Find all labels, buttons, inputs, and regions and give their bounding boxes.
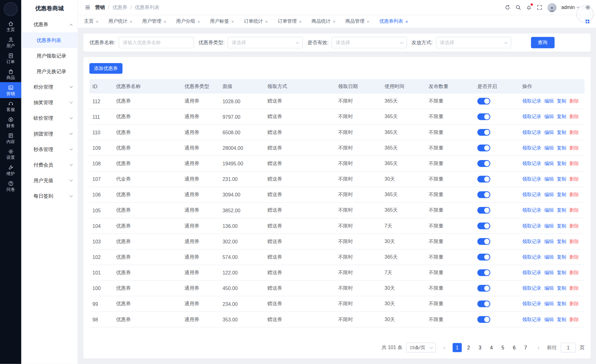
sidebar-item-points[interactable]: 积分管理 xyxy=(21,79,78,94)
rail-item-orders[interactable]: 订单 xyxy=(0,50,21,66)
claim-records-link[interactable]: 领取记录 xyxy=(522,145,541,151)
enable-toggle[interactable] xyxy=(477,98,490,104)
claim-records-link[interactable]: 领取记录 xyxy=(522,191,541,198)
edit-link[interactable]: 编辑 xyxy=(544,113,554,120)
enable-toggle[interactable] xyxy=(477,129,490,136)
claim-records-link[interactable]: 领取记录 xyxy=(522,285,541,292)
refresh-icon[interactable] xyxy=(505,5,510,10)
valid-select[interactable]: 请选择 xyxy=(332,37,407,48)
page-size-select[interactable]: 15条/页 xyxy=(406,343,436,352)
rail-item-content[interactable]: 内容 xyxy=(0,130,21,146)
delete-link[interactable]: 删除 xyxy=(569,191,579,198)
sidebar-item-bargain[interactable]: 砍价管理 xyxy=(21,110,78,126)
goto-page-input[interactable] xyxy=(561,343,576,352)
user-menu[interactable]: admin xyxy=(561,5,580,10)
enable-toggle[interactable] xyxy=(477,191,490,198)
claim-records-link[interactable]: 领取记录 xyxy=(522,176,541,182)
tab-8[interactable]: 商品管理× xyxy=(345,18,369,25)
enable-toggle[interactable] xyxy=(477,254,490,260)
edit-link[interactable]: 编辑 xyxy=(544,145,554,151)
tab-close-icon[interactable]: × xyxy=(231,19,234,24)
tab-close-icon[interactable]: × xyxy=(367,19,370,24)
edit-link[interactable]: 编辑 xyxy=(544,207,554,214)
page-button-1[interactable]: 1 xyxy=(453,343,462,352)
prev-page-button[interactable]: ‹ xyxy=(440,343,449,352)
tab-5[interactable]: 订单统计× xyxy=(244,18,268,25)
sidebar-item-redeem-records[interactable]: 用户兑换记录 xyxy=(21,63,78,79)
enable-toggle[interactable] xyxy=(477,269,490,276)
edit-link[interactable]: 编辑 xyxy=(544,301,554,307)
copy-link[interactable]: 复制 xyxy=(557,254,566,260)
copy-link[interactable]: 复制 xyxy=(557,176,566,182)
tab-7[interactable]: 商品统计× xyxy=(312,18,335,25)
claim-records-link[interactable]: 领取记录 xyxy=(522,129,541,136)
claim-records-link[interactable]: 领取记录 xyxy=(522,316,541,323)
hamburger-icon[interactable] xyxy=(85,5,90,10)
claim-records-link[interactable]: 领取记录 xyxy=(522,98,541,104)
sidebar-item-flashsale[interactable]: 秒杀管理 xyxy=(21,141,78,157)
edit-link[interactable]: 编辑 xyxy=(544,160,554,167)
sidebar-item-daily-checkin[interactable]: 每日签到 xyxy=(21,188,78,204)
claim-records-link[interactable]: 领取记录 xyxy=(522,238,541,245)
tab-2[interactable]: 用户管理× xyxy=(142,18,166,25)
delete-link[interactable]: 删除 xyxy=(569,316,579,323)
rail-item-settings[interactable]: 设置 xyxy=(0,146,21,162)
tab-close-icon[interactable]: × xyxy=(96,19,99,24)
rail-item-service[interactable]: 客服 xyxy=(0,98,21,114)
tab-close-icon[interactable]: × xyxy=(130,19,132,24)
edit-link[interactable]: 编辑 xyxy=(544,129,554,136)
delete-link[interactable]: 删除 xyxy=(569,113,579,120)
sidebar-item-coupon-list[interactable]: 优惠券列表 xyxy=(21,32,78,48)
enable-toggle[interactable] xyxy=(477,207,490,214)
search-button[interactable]: 查询 xyxy=(531,37,554,48)
sidebar-item-recharge[interactable]: 用户充值 xyxy=(21,173,78,188)
tab-6[interactable]: 订单管理× xyxy=(278,18,302,25)
rail-item-marketing[interactable]: 营销 xyxy=(0,82,21,98)
tab-9[interactable]: 优惠券列表× xyxy=(379,18,408,25)
coupon-type-select[interactable]: 请选择 xyxy=(228,37,303,48)
sidebar-item-lottery[interactable]: 抽奖管理 xyxy=(21,95,78,110)
copy-link[interactable]: 复制 xyxy=(557,301,566,307)
tab-close-icon[interactable]: × xyxy=(197,19,200,24)
edit-link[interactable]: 编辑 xyxy=(544,238,554,245)
tab-close-icon[interactable]: × xyxy=(333,19,336,24)
rail-item-users[interactable]: 用户 xyxy=(0,34,21,50)
copy-link[interactable]: 复制 xyxy=(557,285,566,292)
delete-link[interactable]: 删除 xyxy=(569,207,579,214)
delete-link[interactable]: 删除 xyxy=(569,270,579,276)
claim-records-link[interactable]: 领取记录 xyxy=(522,160,541,167)
edit-link[interactable]: 编辑 xyxy=(544,316,554,323)
edit-link[interactable]: 编辑 xyxy=(544,270,554,276)
edit-link[interactable]: 编辑 xyxy=(544,191,554,198)
edit-link[interactable]: 编辑 xyxy=(544,254,554,260)
rail-item-finance[interactable]: 财务 xyxy=(0,114,21,130)
delete-link[interactable]: 删除 xyxy=(569,238,579,245)
page-button-5[interactable]: 5 xyxy=(498,343,507,352)
copy-link[interactable]: 复制 xyxy=(557,191,566,198)
tab-3[interactable]: 用户分组× xyxy=(176,18,200,25)
delete-link[interactable]: 删除 xyxy=(569,285,579,292)
tab-close-icon[interactable]: × xyxy=(265,19,268,24)
enable-toggle[interactable] xyxy=(477,316,490,323)
delete-link[interactable]: 删除 xyxy=(569,145,579,151)
notification-bell-icon[interactable] xyxy=(526,5,531,10)
page-button-2[interactable]: 2 xyxy=(464,343,473,352)
copy-link[interactable]: 复制 xyxy=(557,238,566,245)
enable-toggle[interactable] xyxy=(477,285,490,292)
sidebar-item-coupon[interactable]: 优惠券 xyxy=(21,17,78,32)
copy-link[interactable]: 复制 xyxy=(557,316,566,323)
rail-item-maintenance[interactable]: 维护 xyxy=(0,162,21,178)
add-coupon-button[interactable]: 添加优惠券 xyxy=(89,63,122,74)
page-button-7[interactable]: 7 xyxy=(521,343,530,352)
edit-link[interactable]: 编辑 xyxy=(544,176,554,182)
enable-toggle[interactable] xyxy=(477,145,490,151)
rail-item-survey[interactable]: 问卷 xyxy=(0,178,21,194)
enable-toggle[interactable] xyxy=(477,238,490,245)
edit-link[interactable]: 编辑 xyxy=(544,98,554,104)
enable-toggle[interactable] xyxy=(477,113,490,120)
copy-link[interactable]: 复制 xyxy=(557,129,566,136)
copy-link[interactable]: 复制 xyxy=(557,223,566,229)
copy-link[interactable]: 复制 xyxy=(557,145,566,151)
claim-records-link[interactable]: 领取记录 xyxy=(522,223,541,229)
search-icon[interactable] xyxy=(515,5,521,10)
